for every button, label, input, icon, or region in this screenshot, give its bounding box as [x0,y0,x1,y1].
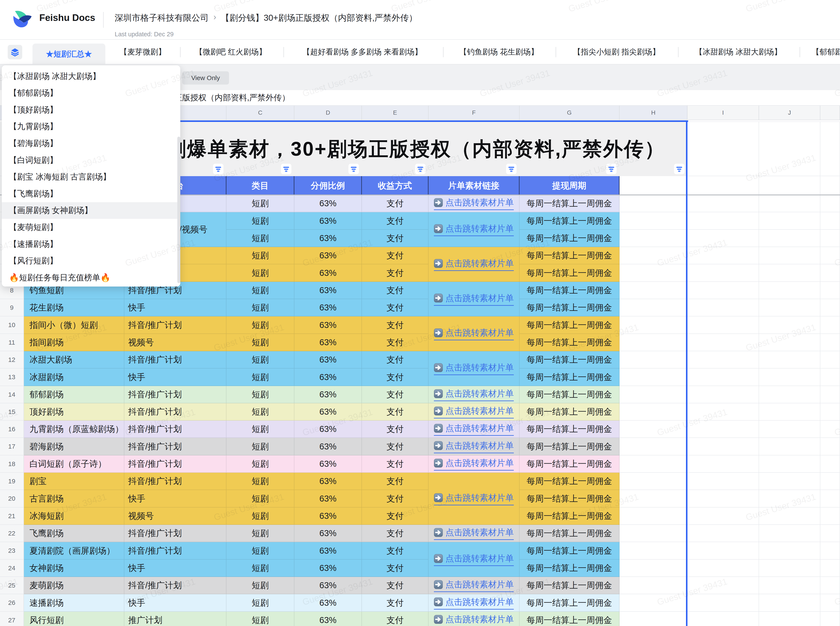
cell-category-r20[interactable]: 短剧 [226,490,295,507]
dropdown-item-9[interactable]: 【画屏剧场 女神剧场】 [2,202,180,219]
empty-cell-K25[interactable] [820,577,840,594]
empty-cell-J20[interactable] [759,490,820,507]
empty-cell-K1[interactable] [820,122,840,176]
row-header-21[interactable]: 21 [0,507,24,525]
cell-platform-r18[interactable]: 抖音/推广计划 [124,455,226,473]
empty-cell-K19[interactable] [820,473,840,490]
cell-commission-r3[interactable]: 63% [295,195,362,212]
empty-cell-I12[interactable] [688,351,759,368]
empty-cell-I3[interactable] [688,195,759,212]
cell-income-r10[interactable]: 支付 [362,316,429,334]
row-header-12[interactable]: 12 [0,351,24,368]
cell-category-r4[interactable]: 短剧 [226,212,295,230]
empty-cell-I24[interactable] [688,560,759,577]
empty-cell-I6[interactable] [688,247,759,264]
dropdown-item-10[interactable]: 【麦萌短剧】 [2,219,180,235]
cell-cycle-r15[interactable]: 每周一结算上一周佣金 [520,403,619,421]
empty-cell-I13[interactable] [688,368,759,386]
table-header-类目[interactable]: 类目 [226,176,295,195]
cell-commission-r26[interactable]: 63% [295,594,362,612]
cell-category-r23[interactable]: 短剧 [226,542,295,560]
empty-cell-H27[interactable] [619,612,688,626]
cell-income-r24[interactable]: 支付 [362,560,429,577]
cell-income-r20[interactable]: 支付 [362,490,429,507]
row-header-9[interactable]: 9 [0,299,24,316]
sheet-switcher-button[interactable] [8,45,22,59]
material-link[interactable]: 点击跳转素材片单 [434,613,514,626]
empty-cell-H5[interactable] [619,230,688,247]
empty-cell-I25[interactable] [688,577,759,594]
empty-cell-J17[interactable] [759,438,820,455]
cell-platform-name-r25[interactable]: 麦萌剧场 [24,577,124,594]
cell-platform-name-r9[interactable]: 花生剧场 [24,299,124,316]
material-link[interactable]: 点击跳转素材片单 [434,197,514,210]
cell-category-r15[interactable]: 短剧 [226,403,295,421]
empty-cell-J15[interactable] [759,403,820,421]
cell-platform-r19[interactable]: 抖音/推广计划 [124,473,226,490]
empty-cell-K12[interactable] [820,351,840,368]
cell-commission-r19[interactable]: 63% [295,473,362,490]
cell-platform-name-r10[interactable]: 指间小（微）短剧 [24,316,124,334]
row-header-13[interactable]: 13 [0,368,24,386]
cell-commission-r5[interactable]: 63% [295,230,362,247]
filter-button-H[interactable] [674,164,685,174]
dropdown-item-13[interactable]: 🔥短剧任务每日充值榜单🔥 [2,269,180,286]
sheet-tab-3[interactable]: 【超好看剧场 多多剧场 来看剧场】 [298,40,426,64]
empty-cell-I15[interactable] [688,403,759,421]
empty-cell-I21[interactable] [688,507,759,525]
cell-platform-r22[interactable]: 抖音/推广计划 [124,525,226,542]
cell-category-r9[interactable]: 短剧 [226,299,295,316]
cell-platform-r14[interactable]: 抖音/推广计划 [124,386,226,403]
empty-cell-J13[interactable] [759,368,820,386]
cell-commission-r21[interactable]: 63% [295,507,362,525]
empty-cell-H26[interactable] [619,594,688,612]
cell-income-r27[interactable]: 支付 [362,612,429,626]
cell-platform-name-r16[interactable]: 九霄剧场（原蓝鲸剧场） [24,421,124,438]
cell-income-r21[interactable]: 支付 [362,507,429,525]
cell-income-r16[interactable]: 支付 [362,421,429,438]
row-header-10[interactable]: 10 [0,316,24,334]
empty-cell-H13[interactable] [619,368,688,386]
column-header-G[interactable]: G [520,106,619,120]
empty-cell-K3[interactable] [820,195,840,212]
empty-cell-K8[interactable] [820,282,840,299]
cell-category-r16[interactable]: 短剧 [226,421,295,438]
cell-commission-r7[interactable]: 63% [295,264,362,282]
cell-commission-r8[interactable]: 63% [295,282,362,299]
empty-cell-J5[interactable] [759,230,820,247]
cell-platform-name-r12[interactable]: 冰甜大剧场 [24,351,124,368]
cell-cycle-r12[interactable]: 每周一结算上一周佣金 [520,351,619,368]
cell-commission-r27[interactable]: 63% [295,612,362,626]
empty-cell-I18[interactable] [688,455,759,473]
cell-category-r25[interactable]: 短剧 [226,577,295,594]
row-header-25[interactable]: 25 [0,577,24,594]
cell-platform-name-r22[interactable]: 飞鹰剧场 [24,525,124,542]
cell-platform-r17[interactable]: 抖音/推广计划 [124,438,226,455]
table-header-分佣比例[interactable]: 分佣比例 [295,176,362,195]
sheet-tab-6[interactable]: 【冰甜剧场 冰甜大剧场】 [674,40,802,64]
filter-button-C[interactable] [281,164,291,174]
cell-platform-name-r27[interactable]: 风行短剧 [24,612,124,626]
cell-cycle-r27[interactable]: 每周一结算上一周佣金 [520,612,619,626]
empty-cell-K18[interactable] [820,455,840,473]
empty-cell-J11[interactable] [759,334,820,351]
empty-cell-J10[interactable] [759,316,820,334]
cell-platform-name-r23[interactable]: 夏清剧院（画屏剧场） [24,542,124,560]
cell-cycle-r19[interactable]: 每周一结算上一周佣金 [520,473,619,490]
empty-cell-J4[interactable] [759,212,820,230]
cell-commission-r10[interactable]: 63% [295,316,362,334]
cell-platform-r11[interactable]: 视频号 [124,334,226,351]
sheet-tab-4[interactable]: 【钓鱼剧场 花生剧场】 [435,40,563,64]
row-header-24[interactable]: 24 [0,560,24,577]
cell-category-r26[interactable]: 短剧 [226,594,295,612]
cell-category-r13[interactable]: 短剧 [226,368,295,386]
empty-cell-I23[interactable] [688,542,759,560]
cell-cycle-r21[interactable]: 每周一结算上一周佣金 [520,507,619,525]
cell-platform-name-r15[interactable]: 顶好剧场 [24,403,124,421]
empty-cell-J19[interactable] [759,473,820,490]
row-header-20[interactable]: 20 [0,490,24,507]
cell-platform-r15[interactable]: 抖音/推广计划 [124,403,226,421]
sheet-tab-5[interactable]: 【指尖小短剧 指尖剧场】 [552,40,681,64]
breadcrumb-company[interactable]: 深圳市格子科技有限公司 [115,13,209,22]
cell-category-r27[interactable]: 短剧 [226,612,295,626]
